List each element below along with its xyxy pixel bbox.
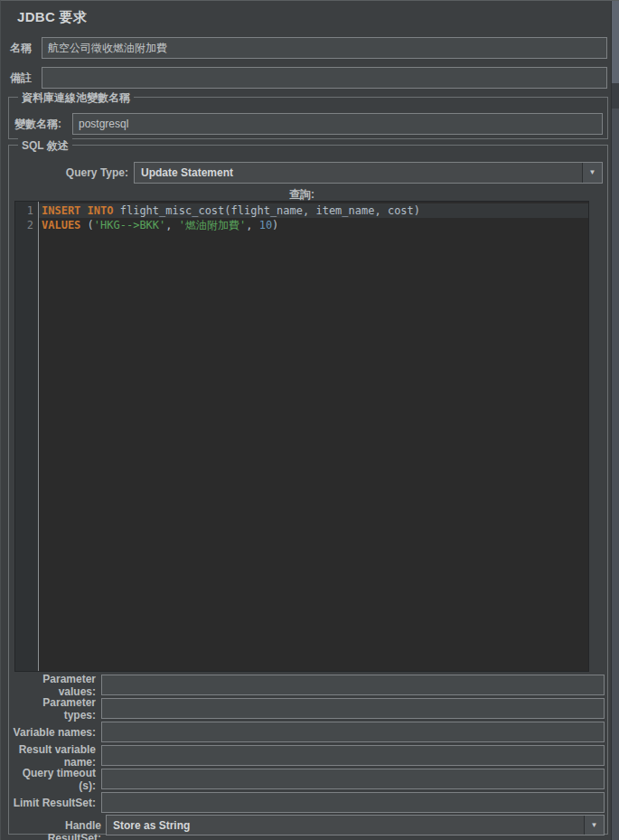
param-row: Parameter types:	[9, 698, 605, 719]
token-number: 10	[259, 219, 272, 231]
param-label: Parameter types:	[9, 696, 101, 722]
sql-group-title: SQL 敘述	[18, 138, 72, 154]
parameter-values-input[interactable]	[101, 675, 605, 695]
handle-resultset-dropdown-button[interactable]: ▼	[584, 816, 604, 835]
token-plain: ,	[165, 219, 178, 231]
query-type-dropdown-button[interactable]: ▼	[582, 163, 602, 183]
query-type-value: Update Statement	[135, 163, 582, 183]
param-label: Variable names:	[9, 726, 101, 739]
scrollbar-thumb[interactable]	[612, 83, 619, 109]
query-type-select[interactable]: Update Statement ▼	[134, 162, 603, 184]
query-type-label: Query Type:	[9, 166, 128, 179]
token-plain: )	[272, 219, 278, 231]
editor-code[interactable]: INSERT INTO flight_misc_cost(flight_name…	[39, 202, 588, 671]
token-plain: ,	[246, 219, 258, 231]
comments-input[interactable]	[42, 67, 607, 89]
name-label: 名稱	[10, 41, 42, 56]
line-number: 1	[15, 203, 33, 218]
token-plain: (	[80, 219, 93, 231]
parameter-types-input[interactable]	[101, 698, 605, 719]
variable-name-row: 變數名稱:	[14, 113, 603, 135]
param-row: Result variable name:	[9, 745, 605, 766]
token-plain: flight_misc_cost(flight_name, item_name,…	[113, 204, 420, 217]
variable-name-label: 變數名稱:	[14, 117, 72, 132]
param-label: Result variable name:	[9, 743, 101, 769]
pool-group-title: 資料庫連線池變數名稱	[18, 90, 134, 106]
chevron-down-icon: ▼	[589, 169, 596, 176]
scrollbar-track	[612, 1, 619, 83]
chevron-down-icon: ▼	[591, 822, 598, 829]
comments-label: 備註	[10, 71, 42, 86]
token-keyword: VALUES	[42, 219, 80, 231]
sql-group: SQL 敘述 Query Type: Update Statement ▼ 查詢…	[8, 145, 608, 835]
comments-row: 備註	[10, 67, 607, 89]
token-keyword: INSERT INTO	[42, 204, 113, 217]
editor-gutter: 12	[15, 202, 39, 671]
param-row: Parameter values:	[9, 675, 605, 695]
query-timeout-input[interactable]	[101, 769, 605, 789]
result-variable-name-input[interactable]	[101, 745, 605, 766]
handle-resultset-value: Store as String	[107, 816, 584, 835]
param-row: Limit ResultSet:	[9, 792, 605, 813]
variable-names-input[interactable]	[101, 722, 605, 742]
jdbc-request-panel: JDBC 要求 名稱 備註 資料庫連線池變數名稱 變數名稱: SQL 敘述 Qu…	[0, 0, 619, 840]
line-number: 2	[15, 218, 33, 232]
name-input[interactable]	[42, 37, 607, 59]
token-string: 'HKG-->BKK'	[94, 219, 165, 231]
param-row: Query timeout (s):	[9, 769, 605, 789]
sql-editor[interactable]: 12 INSERT INTO flight_misc_cost(flight_n…	[14, 201, 589, 672]
handle-resultset-label: Handle ResultSet:	[9, 819, 101, 840]
code-line: INSERT INTO flight_misc_cost(flight_name…	[39, 203, 588, 218]
param-row: Variable names:	[9, 722, 605, 742]
param-label: Parameter values:	[9, 673, 101, 698]
variable-name-input[interactable]	[72, 113, 603, 135]
handle-resultset-select[interactable]: Store as String ▼	[106, 815, 605, 835]
code-line: VALUES ('HKG-->BKK', '燃油附加費', 10)	[39, 218, 588, 232]
param-label: Limit ResultSet:	[9, 797, 101, 809]
pool-group: 資料庫連線池變數名稱 變數名稱:	[8, 97, 608, 139]
limit-resultset-input[interactable]	[101, 792, 605, 813]
param-label: Query timeout (s):	[9, 767, 101, 792]
name-row: 名稱	[10, 37, 607, 59]
token-string: '燃油附加費'	[179, 219, 246, 231]
vertical-scrollbar[interactable]	[611, 1, 619, 840]
page-title: JDBC 要求	[17, 9, 87, 26]
